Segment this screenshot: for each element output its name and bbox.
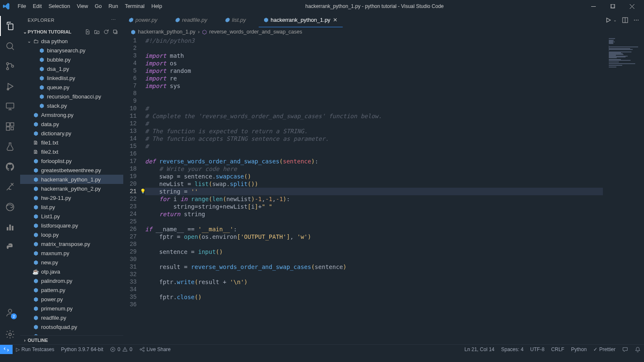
- menu-view[interactable]: View: [73, 2, 91, 11]
- new-folder-icon[interactable]: [93, 28, 101, 36]
- encoding[interactable]: UTF-8: [527, 346, 548, 352]
- file-item[interactable]: ⬢loop.py: [20, 230, 123, 239]
- menu-help[interactable]: Help: [148, 2, 166, 11]
- new-file-icon[interactable]: [84, 28, 91, 36]
- file-label: binarysearch.py: [47, 47, 86, 54]
- menu-selection[interactable]: Selection: [45, 2, 73, 11]
- code-content[interactable]: #!/bin/python3 import mathimport osimpor…: [145, 36, 606, 344]
- chart-icon[interactable]: [0, 217, 20, 237]
- file-item[interactable]: ⬢power.py: [20, 295, 123, 304]
- run-dropdown-icon[interactable]: ⌄: [613, 18, 617, 22]
- file-item[interactable]: ⬢hackerrank_python_2.py: [20, 184, 123, 193]
- file-item[interactable]: ⬢palindrom.py: [20, 276, 123, 285]
- extensions-icon[interactable]: [0, 116, 20, 137]
- folder-dsa-python[interactable]: ⌄ 🗀 dsa python: [20, 36, 123, 46]
- svg-point-9: [12, 65, 14, 67]
- file-item[interactable]: ⬢queue.py: [20, 83, 123, 92]
- file-item[interactable]: 🗎file2.txt: [20, 147, 123, 156]
- tab[interactable]: ⬢list.py✕: [220, 13, 258, 27]
- file-item[interactable]: ☕otp.java: [20, 267, 123, 276]
- tab[interactable]: ⬢power.py✕: [123, 13, 170, 27]
- testing-icon[interactable]: [0, 137, 20, 157]
- cursor-position[interactable]: Ln 21, Col 14: [461, 346, 498, 352]
- minimap[interactable]: [606, 36, 644, 344]
- settings-gear-icon[interactable]: [0, 324, 20, 344]
- breadcrumb[interactable]: ⬢ hackerrank_python_1.py › ⬡ reverse_wor…: [123, 27, 644, 36]
- menu-run[interactable]: Run: [105, 2, 122, 11]
- file-tree[interactable]: ⌄ 🗀 dsa python ⬢binarysearch.py⬢bubble.p…: [20, 36, 123, 335]
- file-item[interactable]: ⬢dsa_1.py: [20, 64, 123, 73]
- notifications-icon[interactable]: [631, 346, 644, 352]
- file-item[interactable]: ⬢forlooplist.py: [20, 156, 123, 165]
- maximize-button[interactable]: [603, 0, 622, 13]
- indentation[interactable]: Spaces: 4: [498, 346, 527, 352]
- tab[interactable]: ⬢hackerrank_python_1.py✕: [259, 13, 343, 27]
- file-item[interactable]: ⬢hw-29-11.py: [20, 193, 123, 202]
- file-item[interactable]: 🗎file1.txt: [20, 138, 123, 147]
- close-tab-icon[interactable]: ✕: [333, 17, 338, 23]
- file-item[interactable]: ⬢bubble.py: [20, 55, 123, 64]
- remote-explorer-icon[interactable]: [0, 96, 20, 116]
- file-item[interactable]: ⬢primenum.py: [20, 304, 123, 313]
- more-actions-icon[interactable]: ⋯: [634, 17, 639, 23]
- file-item[interactable]: ⬢new.py: [20, 258, 123, 267]
- close-window-button[interactable]: [622, 0, 641, 13]
- file-item[interactable]: ⬢recursion_fibonacci.py: [20, 92, 123, 101]
- breadcrumb-symbol[interactable]: reverse_words_order_and_swap_cases: [209, 29, 302, 35]
- file-item[interactable]: ⬢stack.py: [20, 101, 123, 110]
- split-editor-icon[interactable]: [622, 17, 628, 23]
- prettier-status[interactable]: ✓ Prettier: [590, 346, 619, 352]
- py-file-icon: ⬢: [32, 186, 39, 192]
- edge-icon[interactable]: [0, 197, 20, 217]
- sidebar-more-icon[interactable]: ⋯: [111, 17, 116, 23]
- remote-indicator[interactable]: [0, 345, 13, 354]
- code-editor[interactable]: 1234567891011121314151617181920212223242…: [123, 36, 644, 344]
- explorer-icon[interactable]: [0, 16, 20, 36]
- menu-file[interactable]: File: [14, 2, 29, 11]
- menu-go[interactable]: Go: [91, 2, 105, 11]
- collapse-all-icon[interactable]: [112, 28, 119, 36]
- search-icon[interactable]: [0, 36, 20, 56]
- svg-point-7: [7, 63, 9, 65]
- run-debug-icon[interactable]: [0, 76, 20, 96]
- file-item[interactable]: ⬢list.py: [20, 202, 123, 212]
- file-item[interactable]: ⬢matrix_transpose.py: [20, 239, 123, 248]
- file-item[interactable]: ⬢maxnum.py: [20, 248, 123, 258]
- menu-terminal[interactable]: Terminal: [122, 2, 148, 11]
- file-item[interactable]: ⬢pattern.py: [20, 285, 123, 295]
- file-item[interactable]: ⬢sum.py: [20, 331, 123, 335]
- file-item[interactable]: ⬢data.py: [20, 119, 123, 129]
- svg-rect-1: [610, 4, 614, 8]
- minimize-button[interactable]: [584, 0, 603, 13]
- file-item[interactable]: ⬢readfile.py: [20, 313, 123, 322]
- file-item[interactable]: ⬢rootsofquad.py: [20, 322, 123, 331]
- eol[interactable]: CRLF: [548, 346, 568, 352]
- accounts-icon[interactable]: 2: [0, 303, 20, 323]
- breadcrumb-file[interactable]: hackerrank_python_1.py: [138, 29, 195, 35]
- file-item[interactable]: ⬢List1.py: [20, 212, 123, 221]
- folder-section-header[interactable]: ⌄ PYTHON TUTORIAL: [20, 27, 123, 36]
- file-item[interactable]: ⬢binarysearch.py: [20, 46, 123, 55]
- file-item[interactable]: ⬢hackerrank_python_1.py: [20, 175, 123, 184]
- live-share-button[interactable]: Live Share: [136, 346, 174, 352]
- file-item[interactable]: ⬢Armstrong.py: [20, 110, 123, 119]
- outline-section-header[interactable]: › OUTLINE: [20, 335, 123, 344]
- svg-marker-26: [607, 18, 610, 22]
- share-icon[interactable]: [0, 177, 20, 197]
- feedback-icon[interactable]: [619, 346, 631, 352]
- file-item[interactable]: ⬢dictionary.py: [20, 129, 123, 138]
- run-testcases-button[interactable]: ▷ Run Testcases: [13, 346, 58, 352]
- python-env-icon[interactable]: [0, 237, 20, 257]
- file-item[interactable]: ⬢linkedlist.py: [20, 73, 123, 83]
- file-item[interactable]: ⬢greatestbetweenthree.py: [20, 165, 123, 175]
- file-item[interactable]: ⬢listforsquare.py: [20, 221, 123, 230]
- problems-indicator[interactable]: 0 0: [106, 346, 135, 352]
- source-control-icon[interactable]: [0, 56, 20, 76]
- refresh-icon[interactable]: [102, 28, 110, 36]
- python-interpreter[interactable]: Python 3.9.7 64-bit: [58, 346, 107, 352]
- language-mode[interactable]: Python: [568, 346, 590, 352]
- tab[interactable]: ⬢readfile.py✕: [170, 13, 220, 27]
- github-icon[interactable]: [0, 157, 20, 177]
- menu-edit[interactable]: Edit: [29, 2, 45, 11]
- run-icon[interactable]: [605, 17, 612, 23]
